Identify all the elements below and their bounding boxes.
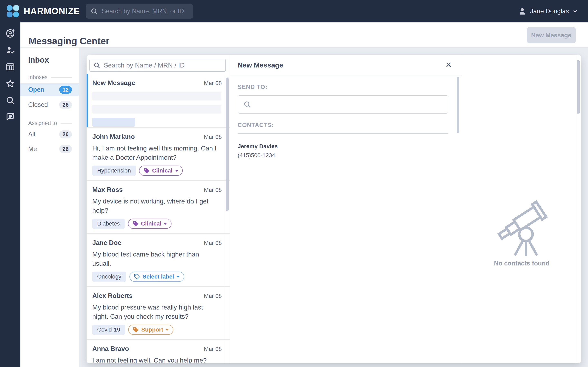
condition-chip: Covid-19 <box>92 325 125 335</box>
patient-check-icon[interactable] <box>5 45 15 55</box>
send-to-search[interactable] <box>238 95 448 114</box>
condition-chip: Hypertension <box>92 166 136 176</box>
list-search-input[interactable] <box>103 61 225 69</box>
tag-outline-icon <box>134 274 140 280</box>
skeleton-bar <box>92 92 221 100</box>
label-text: Clinical <box>152 167 173 174</box>
list-item[interactable]: Jane Doe Mar 08 My blood test came back … <box>86 234 230 287</box>
inbox-item-label: Open <box>28 86 44 93</box>
caret-down-icon <box>176 276 180 278</box>
search-icon <box>243 100 251 108</box>
list-item[interactable]: New Message Mar 08 <box>86 74 230 128</box>
item-message: Hi, I am not feeling well this morning. … <box>92 144 219 162</box>
contact-row[interactable]: Jeremy Davies (415)500-1234 <box>238 143 448 159</box>
patients-icon[interactable] <box>5 29 15 38</box>
contact-phone: (415)500-1234 <box>238 152 448 159</box>
page-scrollbar[interactable] <box>577 60 580 114</box>
label-dropdown[interactable]: Select label <box>130 272 184 282</box>
icon-rail <box>0 22 20 367</box>
user-menu[interactable]: Jane Douglas <box>518 0 578 22</box>
global-search-input[interactable] <box>101 7 190 15</box>
harmonize-logo-icon <box>6 4 20 18</box>
contact-name: Jeremy Davies <box>238 143 448 150</box>
composer-title: New Message <box>238 61 283 69</box>
item-message: My blood pressure was really high last n… <box>92 303 219 321</box>
count-badge: 26 <box>59 130 72 138</box>
page-title: Messaging Center <box>29 35 109 47</box>
brand-name: HARMONIZE <box>24 6 80 16</box>
scrollbar-track <box>224 75 224 363</box>
inbox-title: Inbox <box>28 56 79 64</box>
composer-header: New Message ✕ <box>230 55 462 75</box>
inbox-item-closed[interactable]: Closed 26 <box>20 99 79 111</box>
top-navbar: HARMONIZE Jane Douglas <box>0 0 588 22</box>
skeleton-bar <box>92 105 221 114</box>
favorites-icon[interactable] <box>5 79 15 89</box>
item-name: John Mariano <box>92 133 135 141</box>
list-item[interactable]: John Mariano Mar 08 Hi, I am not feeling… <box>86 128 230 181</box>
item-date: Mar 08 <box>204 240 222 246</box>
page-header: Messaging Center New Message <box>20 22 588 48</box>
caret-down-icon <box>175 170 178 172</box>
item-date: Mar 08 <box>204 187 222 193</box>
inbox-item-me[interactable]: Me 26 <box>20 143 79 155</box>
dashboard-icon[interactable] <box>5 62 15 72</box>
telescope-icon <box>494 196 550 257</box>
close-icon[interactable]: ✕ <box>444 61 453 69</box>
item-message: My blood test came back higher than usua… <box>92 250 219 268</box>
count-badge: 26 <box>59 145 72 153</box>
item-name: Alex Roberts <box>92 292 132 300</box>
chevron-down-icon <box>572 8 578 14</box>
item-message: My device is not working, where do I get… <box>92 197 219 215</box>
count-badge: 26 <box>59 101 72 109</box>
label-dropdown[interactable]: Support <box>128 325 173 335</box>
contacts-result-panel: No contacts found <box>462 55 581 363</box>
item-date: Mar 08 <box>204 346 222 352</box>
tag-icon <box>132 221 139 227</box>
section-label-text: Assigned to <box>28 120 57 126</box>
item-date: Mar 08 <box>204 80 222 86</box>
item-name: Max Ross <box>92 186 123 193</box>
tag-icon <box>133 327 139 333</box>
composer-scrollbar[interactable] <box>457 77 459 133</box>
app-logo: HARMONIZE <box>6 0 80 22</box>
send-to-input[interactable] <box>254 100 448 108</box>
inbox-item-all[interactable]: All 26 <box>20 128 79 141</box>
tag-icon <box>144 167 150 174</box>
search-icon[interactable] <box>5 95 15 105</box>
label-text: Support <box>141 326 163 333</box>
condition-chip: Diabetes <box>92 218 125 229</box>
condition-chip: Oncology <box>92 272 126 282</box>
item-message: I am not feeling well. Can you help me? <box>92 356 219 363</box>
messaging-card: New Message Mar 08 John Mariano Mar 08 H… <box>86 55 581 363</box>
count-badge: 12 <box>59 86 72 94</box>
new-message-button[interactable]: New Message <box>527 27 576 43</box>
list-item[interactable]: Max Ross Mar 08 My device is not working… <box>86 181 230 234</box>
label-dropdown[interactable]: Clinical <box>128 218 172 229</box>
global-search[interactable] <box>86 4 193 18</box>
send-to-label: SEND TO: <box>238 83 448 90</box>
selected-indicator <box>86 74 88 127</box>
empty-state-text: No contacts found <box>494 260 549 267</box>
inbox-item-open[interactable]: Open 12 <box>20 83 79 96</box>
item-name: Anna Bravo <box>92 345 129 352</box>
section-label-text: Inboxes <box>28 74 48 81</box>
inbox-item-label: All <box>28 131 35 138</box>
item-date: Mar 08 <box>204 293 222 299</box>
list-item[interactable]: Anna Bravo Mar 08 I am not feeling well.… <box>86 340 230 363</box>
list-search[interactable] <box>89 59 226 72</box>
section-label-assigned: Assigned to <box>28 120 72 126</box>
caret-down-icon <box>165 329 169 331</box>
scrollbar-track <box>575 55 575 363</box>
user-avatar-icon <box>518 7 527 16</box>
label-dropdown[interactable]: Clinical <box>139 166 183 176</box>
list-scrollbar[interactable] <box>226 77 229 211</box>
item-date: Mar 08 <box>204 134 222 140</box>
divider <box>238 133 448 134</box>
skeleton-bar <box>92 118 135 127</box>
user-name: Jane Douglas <box>530 8 569 15</box>
list-item[interactable]: Alex Roberts Mar 08 My blood pressure wa… <box>86 287 230 340</box>
search-icon <box>93 62 100 69</box>
inbox-panel: Inbox Inboxes Open 12 Closed 26 Assigned… <box>20 48 79 367</box>
messages-icon[interactable] <box>5 112 15 122</box>
